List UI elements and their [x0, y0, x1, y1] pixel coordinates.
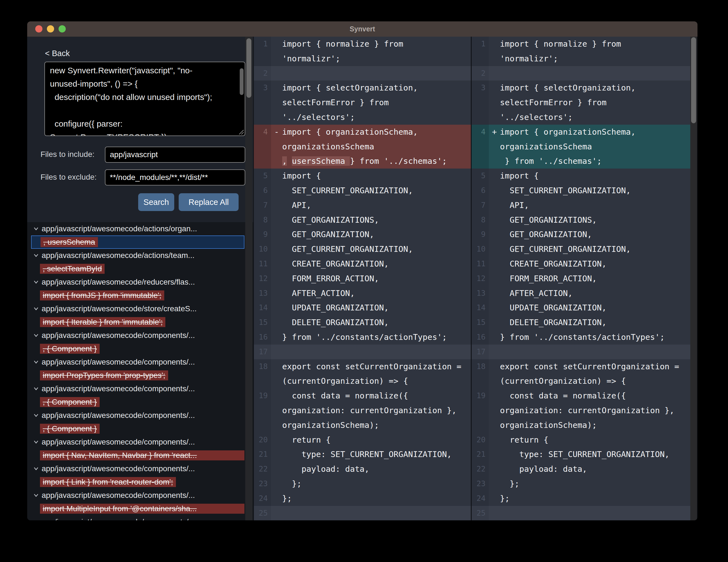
chevron-down-icon[interactable] — [33, 386, 39, 392]
code-visual-line: } from '../constants/actionTypes'; — [282, 330, 471, 345]
code-visual-line: SET_CURRENT_ORGANIZATION, — [500, 183, 690, 198]
search-button[interactable]: Search — [138, 193, 174, 211]
results-scrollbar-thumb[interactable] — [246, 38, 251, 98]
removed-import-row[interactable]: import { Iterable } from 'immutable'; — [27, 316, 253, 329]
file-path: app/javascript/awesomecode/reducers/flas… — [42, 278, 195, 287]
removed-import-row[interactable]: import { fromJS } from 'immutable'; — [27, 289, 253, 302]
line-number: 10 — [254, 242, 271, 256]
diff-marker — [271, 286, 282, 301]
files-exclude-input[interactable] — [105, 169, 245, 185]
line-number: 1 — [254, 37, 271, 66]
file-row[interactable]: app/javascript/awesomecode/components/..… — [27, 409, 253, 422]
code-visual-line: import { organizationSchema, — [282, 125, 471, 139]
code-segment: CREATE_ORGANIZATION, — [500, 259, 606, 268]
code-visual-line: import { — [500, 168, 690, 183]
removed-import-row[interactable]: import MultipleInput from '@containers/s… — [27, 502, 253, 515]
code-visual-line — [282, 66, 471, 81]
back-link[interactable]: < Back — [45, 49, 70, 58]
code-cell: FORM_ERROR_ACTION, — [282, 271, 471, 286]
chevron-down-icon[interactable] — [33, 332, 39, 339]
file-row[interactable]: app/javascript/awesomecode/actions/team.… — [27, 249, 253, 262]
line-number: 17 — [254, 345, 271, 359]
chevron-down-icon[interactable] — [33, 412, 39, 419]
chevron-down-icon[interactable] — [33, 492, 39, 499]
replace-all-button[interactable]: Replace All — [179, 193, 239, 211]
results-scrollbar-track[interactable] — [245, 37, 252, 520]
line-number: 19 — [254, 389, 271, 432]
removed-import-row[interactable]: , selectTeamById — [27, 262, 253, 275]
code-segment: organizationsSchema — [500, 142, 592, 151]
file-row[interactable]: app/javascript/awesomecode/store/createS… — [27, 302, 253, 316]
resize-handle-icon[interactable] — [238, 129, 244, 135]
code-segment: 'normalizr'; — [500, 54, 558, 63]
code-cell — [282, 66, 471, 81]
code-cell: AFTER_ACTION, — [282, 286, 471, 301]
file-row[interactable]: app/javascript/awesomecode/components/..… — [27, 329, 253, 342]
line-number: 14 — [472, 301, 489, 315]
snippet-scrollbar-thumb[interactable] — [240, 68, 244, 95]
diff-scrollbar-thumb[interactable] — [691, 37, 696, 123]
removed-code-text: , { Component } — [40, 397, 100, 407]
chevron-down-icon[interactable] — [33, 439, 39, 445]
file-row[interactable]: app/javascript/awesomecode/components/..… — [27, 356, 253, 369]
code-segment: import { — [500, 171, 539, 180]
files-include-label: Files to include: — [41, 150, 95, 159]
removed-import-row[interactable]: , usersSchema — [31, 235, 244, 249]
diff-marker — [271, 477, 282, 491]
chevron-down-icon[interactable] — [33, 306, 39, 312]
code-visual-line: AFTER_ACTION, — [282, 286, 471, 301]
diff-line-before: 18export const setCurrentOrganization =(… — [254, 359, 471, 389]
code-visual-line: payload: data, — [500, 462, 690, 477]
code-segment: AFTER_ACTION, — [282, 289, 355, 298]
code-segment: organization: currentOrganization }, — [282, 406, 457, 415]
chevron-down-icon[interactable] — [33, 465, 39, 472]
chevron-down-icon[interactable] — [33, 359, 39, 366]
file-row[interactable]: app/javascript/awesomecode/actions/organ… — [27, 222, 253, 235]
snippet-editor[interactable]: new Synvert.Rewriter("javascript", "no- … — [44, 62, 245, 136]
file-row[interactable]: app/javascript/awesomecode/components/..… — [27, 515, 253, 520]
removed-code-text: , selectTeamById — [40, 264, 105, 274]
file-row[interactable]: app/javascript/awesomecode/components/..… — [27, 462, 253, 475]
code-visual-line: } from '../constants/actionTypes'; — [500, 330, 690, 345]
line-number: 13 — [254, 286, 271, 301]
chevron-down-icon[interactable] — [33, 225, 39, 232]
files-include-input[interactable] — [105, 147, 245, 163]
code-segment: , — [282, 156, 287, 166]
file-row[interactable]: app/javascript/awesomecode/components/..… — [27, 382, 253, 395]
code-segment: '../selectors'; — [500, 112, 573, 122]
code-cell — [282, 506, 471, 521]
chevron-down-icon[interactable] — [33, 279, 39, 286]
code-segment: payload: data, — [282, 464, 369, 474]
file-row[interactable]: app/javascript/awesomecode/reducers/flas… — [27, 275, 253, 289]
code-cell: }; — [500, 491, 690, 506]
code-cell: type: SET_CURRENT_ORGANIZATION, — [500, 447, 690, 462]
code-visual-line: }; — [282, 477, 471, 491]
diff-scrollbar-track[interactable] — [690, 37, 697, 520]
code-segment: import { organizationSchema, — [282, 127, 418, 137]
line-number: 5 — [254, 168, 271, 183]
code-visual-line — [282, 345, 471, 359]
code-visual-line: import { normalize } from — [282, 37, 471, 51]
removed-import-row[interactable]: import { Nav, NavItem, Navbar } from 're… — [27, 449, 253, 462]
removed-import-row[interactable]: import PropTypes from 'prop-types'; — [27, 369, 253, 382]
code-segment: const data = normalize({ — [500, 391, 626, 400]
removed-import-row[interactable]: , { Component } — [27, 422, 253, 435]
line-number: 18 — [254, 359, 271, 389]
code-visual-line: organizationsSchema — [282, 139, 471, 154]
line-number: 16 — [472, 330, 489, 345]
diff-marker — [271, 301, 282, 315]
file-row[interactable]: app/javascript/awesomecode/components/..… — [27, 435, 253, 449]
diff-line-before: 6 SET_CURRENT_ORGANIZATION, — [254, 183, 471, 198]
line-number: 20 — [472, 433, 489, 447]
removed-code-text: , { Component } — [40, 424, 100, 434]
chevron-down-icon[interactable] — [33, 519, 39, 520]
line-number: 13 — [472, 286, 489, 301]
code-visual-line: export const setCurrentOrganization = — [282, 359, 471, 374]
code-segment: (currentOrganization) => { — [500, 376, 626, 386]
file-row[interactable]: app/javascript/awesomecode/components/..… — [27, 489, 253, 502]
removed-import-row[interactable]: , { Component } — [27, 342, 253, 356]
code-cell: payload: data, — [500, 462, 690, 477]
chevron-down-icon[interactable] — [33, 252, 39, 259]
removed-import-row[interactable]: , { Component } — [27, 395, 253, 409]
removed-import-row[interactable]: import { Link } from 'react-router-dom'; — [27, 475, 253, 489]
